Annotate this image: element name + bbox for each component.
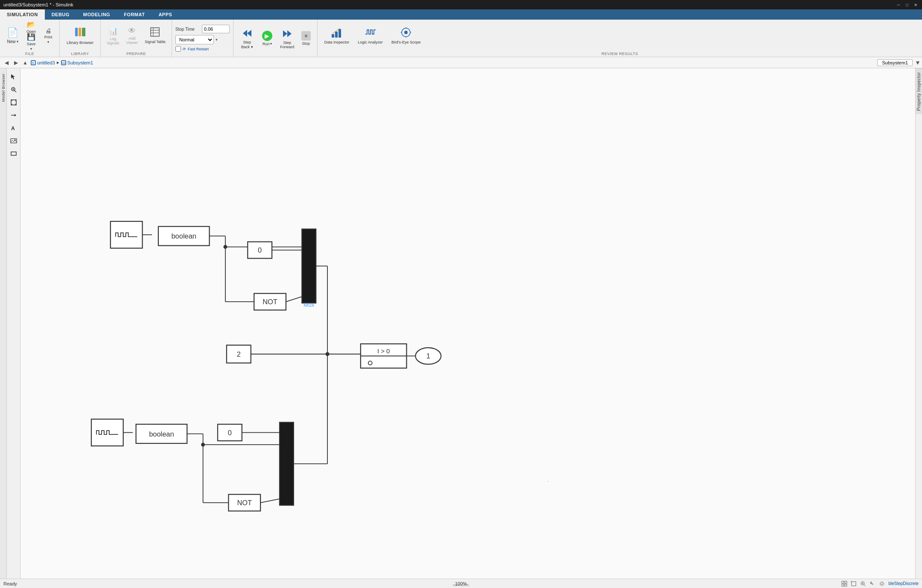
fit-view-tool[interactable] bbox=[9, 97, 19, 108]
nav-forward-btn[interactable]: ▶ bbox=[12, 59, 20, 67]
image-icon bbox=[10, 137, 17, 144]
run-dropdown-arrow[interactable]: ▾ bbox=[270, 42, 272, 46]
step-back-label: StepBack ▾ bbox=[241, 40, 253, 49]
titlebar-title: untitled3/Subsystem1 * - Simulink bbox=[3, 2, 73, 7]
subsystem-icon: SS bbox=[61, 60, 66, 65]
tab-simulation[interactable]: SIMULATION bbox=[0, 9, 45, 20]
fast-restart-icon: ⟳ bbox=[183, 47, 186, 51]
signal-table-icon bbox=[150, 27, 160, 37]
nav-back-btn[interactable]: ◀ bbox=[3, 59, 10, 67]
breadcrumb: S untitled3 ▸ SS Subsystem1 bbox=[31, 60, 93, 65]
signal-table-button[interactable]: Signal Table bbox=[142, 23, 168, 49]
left-sidebar: Model Browser bbox=[0, 68, 7, 579]
mode-row: Normal Accelerator Rapid Accelerator ▾ bbox=[175, 35, 230, 44]
fast-restart-checkbox[interactable] bbox=[175, 46, 181, 52]
property-inspector-tab[interactable]: Property Inspector bbox=[916, 68, 922, 114]
mux-1-block[interactable] bbox=[302, 229, 316, 303]
log-signals-label: LogSignals bbox=[107, 37, 120, 45]
library-browser-label: Library Browser bbox=[67, 41, 93, 45]
svg-line-44 bbox=[286, 297, 302, 302]
model-browser-tab[interactable]: Model Browser bbox=[0, 70, 6, 105]
fast-restart-label: Fast Restart bbox=[188, 47, 209, 51]
svg-rect-35 bbox=[11, 152, 16, 155]
tab-modeling[interactable]: MODELING bbox=[76, 9, 117, 20]
add-viewer-button[interactable]: 👁 AddViewer bbox=[124, 23, 140, 49]
library-section-label: LIBRARY bbox=[60, 52, 100, 56]
stop-button[interactable]: ■ Stop bbox=[298, 26, 314, 51]
birds-eye-icon bbox=[400, 26, 412, 38]
step-forward-label: StepForward bbox=[280, 41, 294, 49]
placeholder-text: . bbox=[548, 477, 549, 483]
toolbar-library-section: Library Browser LIBRARY bbox=[60, 20, 101, 57]
svg-rect-13 bbox=[338, 29, 341, 38]
tab-apps[interactable]: APPS bbox=[152, 9, 179, 20]
svg-rect-3 bbox=[151, 28, 159, 36]
step-forward-button[interactable]: StepForward bbox=[277, 26, 298, 51]
maximize-btn[interactable]: □ bbox=[904, 2, 910, 8]
breadcrumb-arrow: ▸ bbox=[57, 60, 59, 65]
svg-rect-12 bbox=[335, 32, 338, 38]
svg-marker-9 bbox=[283, 30, 287, 37]
breadcrumb-child[interactable]: SS Subsystem1 bbox=[61, 60, 93, 65]
zoom-level: 100% bbox=[455, 581, 467, 586]
svg-marker-7 bbox=[243, 30, 247, 37]
svg-rect-2 bbox=[82, 28, 85, 36]
mux-2-block[interactable] bbox=[280, 422, 294, 505]
minimize-btn[interactable]: ─ bbox=[896, 2, 902, 8]
run-button[interactable]: ▶ Run ▾ bbox=[258, 26, 276, 51]
log-signals-button[interactable]: 📊 LogSignals bbox=[104, 23, 122, 49]
stop-time-input[interactable] bbox=[202, 25, 230, 33]
compare-label-1: I > 0 bbox=[377, 347, 390, 355]
breadcrumb-root[interactable]: S untitled3 bbox=[31, 60, 55, 65]
not-1-label: NOT bbox=[263, 298, 277, 306]
breadcrumb-expand-btn[interactable]: ▾ bbox=[916, 58, 919, 67]
print-label: Print bbox=[44, 35, 53, 39]
save-button[interactable]: 💾 Save ▾ bbox=[23, 36, 39, 48]
select-tool[interactable] bbox=[9, 72, 19, 82]
step-forward-icon bbox=[281, 28, 293, 40]
address-bar: ◀ ▶ ▲ S untitled3 ▸ SS Subsystem1 Subsys… bbox=[0, 57, 922, 68]
add-viewer-label: AddViewer bbox=[126, 36, 138, 45]
data-inspector-label: Data Inspector bbox=[324, 40, 350, 45]
review-results-section: Data Inspector Logic Analyzer bbox=[318, 20, 922, 57]
close-btn[interactable]: ✕ bbox=[913, 2, 919, 8]
print-button[interactable]: 🖨 Print ▾ bbox=[41, 30, 56, 42]
step-back-button[interactable]: StepBack ▾ bbox=[237, 26, 257, 51]
tab-format[interactable]: FORMAT bbox=[117, 9, 152, 20]
not-2-label: NOT bbox=[237, 499, 252, 506]
right-panel: Property Inspector bbox=[915, 68, 922, 579]
svg-line-26 bbox=[15, 90, 16, 92]
nav-up-btn[interactable]: ▲ bbox=[21, 59, 29, 67]
rect-tool[interactable] bbox=[9, 148, 19, 159]
svg-rect-0 bbox=[75, 28, 78, 36]
logic-analyzer-button[interactable]: Logic Analyzer bbox=[354, 20, 386, 51]
mode-dropdown-arrow[interactable]: ▾ bbox=[216, 38, 218, 42]
data-inspector-button[interactable]: Data Inspector bbox=[321, 20, 353, 51]
birds-eye-scope-button[interactable]: Bird's-Eye Scope bbox=[388, 20, 424, 51]
const-0-1-label: 0 bbox=[258, 246, 262, 254]
diagram-svg: boolean 0 Mux NOT bbox=[20, 68, 915, 579]
breadcrumb-child-text: Subsystem1 bbox=[67, 60, 93, 65]
svg-marker-8 bbox=[247, 30, 251, 37]
stop-label: Stop bbox=[302, 41, 310, 46]
current-tab[interactable]: Subsystem1 bbox=[877, 59, 913, 66]
tab-debug[interactable]: DEBUG bbox=[45, 9, 76, 20]
svg-text:SS: SS bbox=[62, 62, 65, 64]
arrow-icon bbox=[10, 112, 17, 119]
arrow-tool[interactable] bbox=[9, 110, 19, 120]
new-dropdown-arrow[interactable]: ▾ bbox=[17, 40, 18, 44]
svg-rect-65 bbox=[842, 581, 844, 583]
data-inspector-icon bbox=[331, 26, 343, 38]
titlebar: untitled3/Subsystem1 * - Simulink ─ □ ✕ bbox=[0, 0, 922, 9]
step-back-icon bbox=[241, 27, 253, 39]
image-tool[interactable] bbox=[9, 136, 19, 146]
zoom-tool[interactable] bbox=[9, 84, 19, 95]
library-browser-button[interactable]: Library Browser bbox=[63, 20, 97, 51]
text-tool[interactable]: A bbox=[9, 123, 19, 133]
run-icon: ▶ bbox=[262, 31, 272, 41]
rect-icon bbox=[10, 150, 17, 157]
svg-line-62 bbox=[260, 499, 280, 503]
fit-view-icon bbox=[10, 99, 17, 106]
mode-select[interactable]: Normal Accelerator Rapid Accelerator bbox=[175, 35, 214, 44]
new-button[interactable]: 📄 New ▾ bbox=[3, 20, 22, 51]
